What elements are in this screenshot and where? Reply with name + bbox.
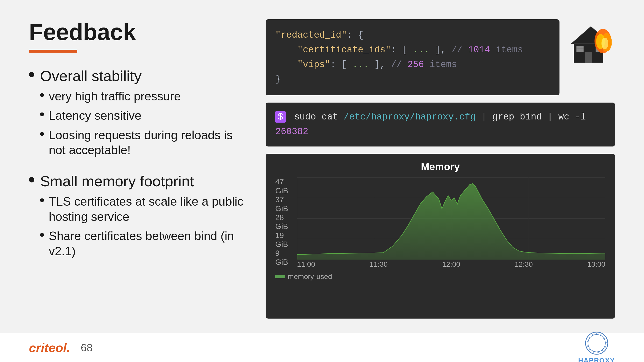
sub-bullet-text: TLS certificates at scale like a public … [49, 194, 246, 224]
svg-point-33 [593, 351, 594, 353]
code-line: 260382 [275, 124, 605, 139]
code-line: "vips": [ ... ], // 256 items [275, 57, 550, 72]
bullet-list: Overall stability very high traffic pres… [29, 67, 246, 259]
code-text: "redacted_id" [275, 30, 347, 40]
x-label: 12:00 [442, 260, 460, 268]
code-text: "certificate_ids" [275, 45, 391, 55]
page-number: 68 [81, 342, 93, 354]
list-item: TLS certificates at scale like a public … [40, 194, 246, 224]
x-axis-labels: 11:00 11:30 12:00 12:30 13:00 [297, 259, 605, 269]
criteo-logo: criteol. [29, 341, 70, 355]
right-panel: "redacted_id": { "certificate_ids": [ ..… [266, 19, 615, 319]
x-label: 11:30 [370, 260, 388, 268]
code-text: sudo cat [294, 112, 344, 122]
svg-point-30 [604, 346, 606, 348]
y-label: 47 GiB [275, 177, 294, 195]
criteo-logo-text: criteo [29, 341, 63, 355]
code-text: /etc/haproxy/haproxy.cfg [344, 112, 476, 122]
chart-title: Memory [275, 161, 605, 173]
footer-left: criteol. 68 [29, 341, 92, 355]
footer: criteol. 68 [0, 333, 644, 362]
list-item: very high traffic pressure [40, 89, 246, 104]
code-text: } [275, 74, 281, 84]
svg-point-38 [592, 334, 594, 336]
code-text: 1014 [468, 45, 490, 55]
code-line: "redacted_id": { [275, 28, 550, 43]
y-label: 37 GiB [275, 195, 294, 213]
sub-bullet-dot [40, 132, 44, 136]
sub-bullet-list-2: TLS certificates at scale like a public … [40, 194, 246, 259]
code-text: ... [352, 59, 369, 70]
sub-bullet-dot [40, 93, 44, 97]
haproxy-logo: HAPROXY [578, 331, 615, 362]
legend-color-swatch [275, 275, 285, 278]
left-panel: Feedback Overall stability very high tra… [29, 19, 246, 319]
svg-point-35 [587, 345, 589, 347]
x-label: 13:00 [587, 260, 605, 268]
sub-bullet-dot [40, 198, 44, 202]
svg-point-28 [603, 338, 605, 339]
y-label: 19 GiB [275, 231, 294, 249]
x-label: 12:30 [514, 260, 533, 268]
code-text: // [452, 45, 468, 55]
code-text: : [ [330, 59, 352, 70]
code-result: 260382 [275, 126, 308, 137]
code-line: } [275, 72, 550, 87]
svg-point-36 [587, 341, 588, 343]
bullet-dot [29, 72, 34, 77]
title-underline [29, 50, 77, 53]
svg-point-37 [589, 337, 590, 339]
sub-bullet-text: Share certificates between bind (in v2.1… [49, 229, 246, 259]
code-text: 256 [407, 59, 424, 70]
chart-plot [297, 177, 605, 259]
bullet-main-1: Overall stability [29, 67, 246, 85]
memory-chart-container: Memory 47 GiB 37 GiB 28 GiB 19 GiB 9 GiB [266, 154, 615, 319]
slide: Feedback Overall stability very high tra… [0, 0, 644, 362]
code-line: "certificate_ids": [ ... ], // 1014 item… [275, 43, 550, 57]
y-label: 28 GiB [275, 213, 294, 231]
code-text: : { [347, 30, 363, 40]
code-text: "vips" [275, 59, 330, 70]
svg-point-31 [602, 350, 603, 351]
chart-area: 47 GiB 37 GiB 28 GiB 19 GiB 9 GiB [275, 177, 605, 269]
bullet-main-text: Overall stability [40, 67, 142, 85]
list-item: Small memory footprint TLS certificates … [29, 172, 246, 259]
sub-bullet-dot [40, 233, 44, 237]
list-item: Loosing requests during reloads is not a… [40, 128, 246, 158]
house-fire-svg [567, 19, 615, 67]
svg-point-27 [600, 335, 602, 336]
code-text: ... [413, 45, 429, 55]
criteo-logo-dot: l. [63, 341, 70, 355]
slide-content: Feedback Overall stability very high tra… [0, 0, 644, 333]
sub-bullet-dot [40, 112, 44, 116]
code-text: ], [369, 59, 391, 70]
svg-point-26 [596, 333, 598, 335]
memory-chart-svg [297, 177, 605, 259]
code-text: : [ [391, 45, 413, 55]
legend-label: memory-used [288, 273, 332, 281]
code-text: | grep bind | wc -l [476, 112, 586, 122]
svg-point-12 [602, 38, 608, 49]
y-axis-labels: 47 GiB 37 GiB 28 GiB 19 GiB 9 GiB [275, 177, 297, 259]
page-title: Feedback [29, 19, 246, 45]
haproxy-logo-svg [584, 331, 609, 355]
code-text: ], [430, 45, 452, 55]
code-text: items [490, 45, 523, 55]
code-text: // [391, 59, 407, 70]
code-block-json: "redacted_id": { "certificate_ids": [ ..… [266, 19, 560, 95]
svg-point-29 [605, 342, 606, 343]
bullet-dot [29, 177, 34, 182]
svg-point-24 [586, 332, 608, 354]
list-item: Share certificates between bind (in v2.1… [40, 229, 246, 259]
sub-bullet-text: very high traffic pressure [49, 89, 181, 104]
sub-bullet-text: Loosing requests during reloads is not a… [49, 128, 246, 158]
top-right-row: "redacted_id": { "certificate_ids": [ ..… [266, 19, 615, 95]
svg-rect-2 [585, 52, 592, 63]
x-label: 11:00 [297, 260, 315, 268]
bullet-main-2: Small memory footprint [29, 172, 246, 190]
haproxy-label-text: HAPROXY [578, 357, 615, 362]
fire-house-icon [567, 19, 615, 67]
svg-point-32 [598, 351, 599, 353]
svg-point-34 [590, 349, 591, 351]
code-line: $ sudo cat /etc/haproxy/haproxy.cfg | gr… [275, 110, 605, 124]
